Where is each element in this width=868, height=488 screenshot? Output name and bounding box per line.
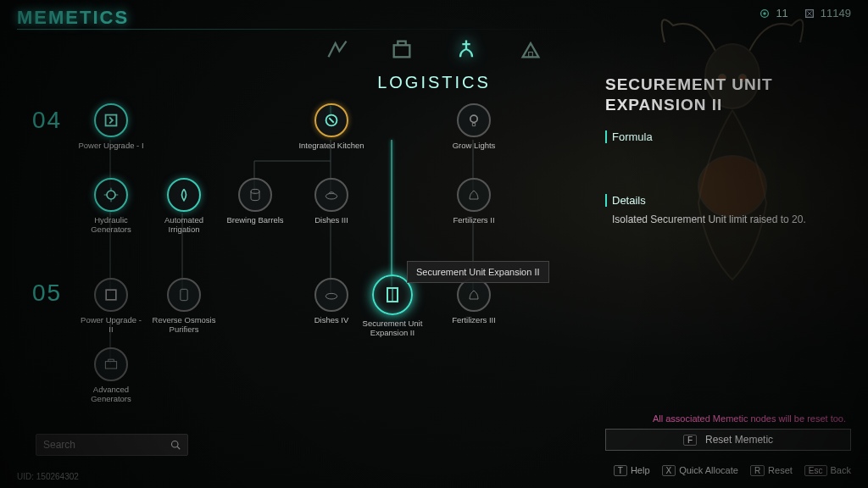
category-tab-3-selected[interactable] xyxy=(451,34,481,64)
currency-1: 11 xyxy=(759,7,787,19)
hint-help: THelp xyxy=(614,465,650,476)
svg-rect-7 xyxy=(394,45,410,57)
details-text: Isolated Securement Unit limit raised to… xyxy=(605,214,851,225)
node-automated-irrigation[interactable]: Automated Irrigation xyxy=(151,178,217,235)
category-tab-1[interactable] xyxy=(322,34,353,64)
reset-warning: All associated Memetic nodes will be res… xyxy=(653,413,846,424)
svg-point-24 xyxy=(470,115,477,122)
search-input[interactable] xyxy=(43,439,170,451)
node-integrated-kitchen[interactable]: Integrated Kitchen xyxy=(298,103,364,150)
node-reverse-osmosis[interactable]: Reverse Osmosis Purifiers xyxy=(151,278,217,335)
hint-reset: RReset xyxy=(750,465,793,476)
node-dishes-3[interactable]: Dishes III xyxy=(298,178,364,225)
hint-quick: XQuick Allocate xyxy=(662,465,738,476)
node-advanced-generators[interactable]: Advanced Generators xyxy=(78,347,144,404)
node-grow-lights[interactable]: Grow Lights xyxy=(441,103,507,150)
svg-rect-28 xyxy=(106,290,116,300)
svg-rect-29 xyxy=(181,289,187,300)
node-power-upgrade-2[interactable]: Power Upgrade - II xyxy=(78,278,144,335)
svg-point-5 xyxy=(764,12,767,15)
details-heading: Details xyxy=(605,194,851,207)
category-tab-4[interactable] xyxy=(515,34,546,64)
currency-1-icon xyxy=(759,8,771,19)
node-securement-unit-expansion-2[interactable]: Securement Unit Expansion II xyxy=(359,274,426,338)
header-divider xyxy=(17,29,614,30)
formula-heading: Formula xyxy=(605,130,851,143)
currency-2: 11149 xyxy=(804,7,851,19)
skill-tree: 04 05 Power Upgrade - I Integrated Kitch… xyxy=(25,93,585,432)
hint-bar: THelp XQuick Allocate RReset EscBack xyxy=(614,465,851,476)
page-title: MEMETICS xyxy=(17,7,129,29)
tree-title: LOGISTICS xyxy=(377,73,491,92)
tier-label-04: 04 xyxy=(32,107,62,134)
node-tooltip: Securement Unit Expansion II xyxy=(407,261,549,283)
svg-line-35 xyxy=(177,446,180,449)
node-fertilizers-3[interactable]: Fertilizers III xyxy=(441,278,507,324)
node-power-upgrade-1[interactable]: Power Upgrade - I xyxy=(78,103,144,150)
node-hydraulic-generators[interactable]: Hydraulic Generators xyxy=(78,178,144,235)
currency-2-icon xyxy=(804,8,815,19)
search-icon xyxy=(170,439,181,451)
svg-rect-33 xyxy=(105,362,116,369)
detail-title: SECUREMENT UNIT EXPANSION II xyxy=(605,75,851,115)
currency-1-value: 11 xyxy=(776,7,787,19)
svg-point-26 xyxy=(251,189,259,193)
reset-memetic-button[interactable]: F Reset Memetic xyxy=(605,429,851,451)
reset-label: Reset Memetic xyxy=(705,434,773,446)
category-tabs xyxy=(322,34,546,64)
svg-point-30 xyxy=(326,293,337,299)
search-box[interactable] xyxy=(36,434,188,456)
currency-2-value: 11149 xyxy=(821,7,851,19)
category-tab-2[interactable] xyxy=(387,34,417,64)
node-dishes-4[interactable]: Dishes IV xyxy=(298,278,364,324)
tier-label-05: 05 xyxy=(32,280,62,307)
hint-back: EscBack xyxy=(804,465,851,476)
reset-key: F xyxy=(683,435,697,446)
svg-point-27 xyxy=(326,193,337,199)
node-fertilizers-2[interactable]: Fertilizers II xyxy=(441,178,507,225)
node-brewing-barrels[interactable]: Brewing Barrels xyxy=(222,178,288,225)
svg-rect-22 xyxy=(106,115,117,126)
svg-point-25 xyxy=(107,191,115,199)
uid-label: UID: 150264302 xyxy=(17,472,79,481)
detail-panel: SECUREMENT UNIT EXPANSION II Formula Det… xyxy=(605,75,851,225)
svg-point-34 xyxy=(172,441,179,448)
